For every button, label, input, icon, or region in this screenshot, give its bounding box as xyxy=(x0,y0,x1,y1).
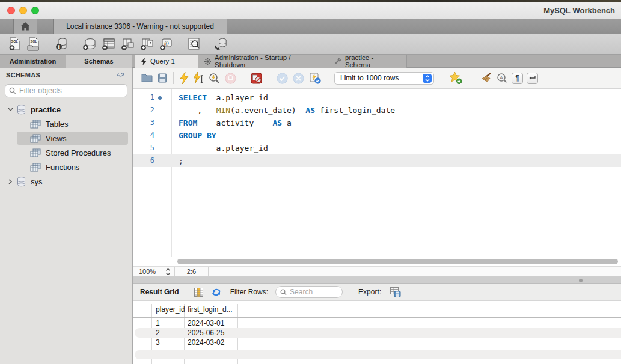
line-number: 3 xyxy=(133,117,154,129)
close-button[interactable] xyxy=(7,7,15,14)
create-table-icon[interactable] xyxy=(101,37,115,51)
reconnect-dbms-icon[interactable] xyxy=(214,37,228,51)
save-icon[interactable] xyxy=(158,71,167,85)
gear-icon xyxy=(204,58,211,65)
chevron-down-icon[interactable] xyxy=(6,108,14,111)
sidebar-tab-schemas-label: Schemas xyxy=(84,58,113,65)
line-number: 1 xyxy=(133,91,154,104)
zoom-stepper-icon[interactable] xyxy=(165,268,171,276)
export-results-icon[interactable] xyxy=(390,287,401,297)
execute-icon[interactable] xyxy=(180,71,189,85)
explain-plan-icon[interactable] xyxy=(209,71,220,85)
result-search-input[interactable] xyxy=(290,288,338,296)
tree-item-sys[interactable]: sys xyxy=(0,174,132,189)
tab-strip: Administration Schemas Query 1 Administr… xyxy=(0,55,621,68)
schema-inspector-icon[interactable]: i xyxy=(54,37,69,51)
execute-current-statement-icon[interactable] xyxy=(194,71,204,85)
tree-item-views[interactable]: Views xyxy=(0,131,132,145)
refresh-schemas-icon[interactable] xyxy=(116,71,125,78)
tree-item-functions[interactable]: Functions xyxy=(0,160,132,174)
search-icon xyxy=(9,87,16,94)
filter-objects-input[interactable] xyxy=(19,86,123,95)
main-toolbar: SQL SQL i f() xyxy=(0,34,621,55)
open-sql-script-icon[interactable]: SQL xyxy=(26,37,41,51)
tree-item-tables[interactable]: Tables xyxy=(0,117,132,131)
code-line[interactable]: 3 FROM activity AS a xyxy=(133,117,621,129)
filter-objects-field[interactable] xyxy=(5,84,127,97)
create-view-icon[interactable] xyxy=(120,37,135,51)
stop-on-error-icon[interactable] xyxy=(251,71,262,85)
tab-query-1[interactable]: Query 1 xyxy=(135,55,198,68)
code-line[interactable]: 2 , MIN(a.event_date) AS first_login_dat… xyxy=(133,104,621,117)
table-row[interactable]: 2 2025-06-25 xyxy=(133,328,621,338)
tab-administration-startup-shutdown[interactable]: Administration - Startup / Shutdown xyxy=(198,55,328,68)
cell-first-login-date[interactable]: 2025-06-25 xyxy=(184,328,237,338)
cursor-position-value: 2:6 xyxy=(187,268,196,275)
tab-practice-schema-label: practice - Schema xyxy=(345,54,400,68)
minimize-button[interactable] xyxy=(19,7,27,14)
editor-zoom-control[interactable]: 100% xyxy=(133,267,175,276)
tree-item-stored-procedures-label: Stored Procedures xyxy=(46,148,111,157)
grid-view-icon[interactable] xyxy=(194,288,203,297)
chevron-right-icon[interactable] xyxy=(6,179,14,184)
cell-player-id[interactable]: 1 xyxy=(151,318,184,328)
code-line-current[interactable]: 6 ; xyxy=(133,154,621,167)
column-header-player-id[interactable]: player_id xyxy=(156,305,185,314)
toggle-wrap-button[interactable] xyxy=(527,73,538,84)
code-line[interactable]: 1 SELECT a.player_id xyxy=(133,91,621,104)
pane-splitter[interactable] xyxy=(133,277,621,284)
code-text: SELECT a.player_id xyxy=(171,91,268,104)
create-schema-icon[interactable] xyxy=(82,37,96,51)
code-text: ; xyxy=(171,154,183,167)
create-procedure-icon[interactable] xyxy=(139,37,154,51)
sidebar-tab-administration[interactable]: Administration xyxy=(0,55,66,68)
result-grid: player_id first_login_d... 1 2024-03-01 … xyxy=(133,301,621,364)
code-line[interactable]: 4 GROUP BY xyxy=(133,129,621,142)
commit-icon[interactable] xyxy=(277,71,288,85)
window-title: MySQL Workbench xyxy=(543,6,615,15)
tree-item-stored-procedures[interactable]: Stored Procedures xyxy=(0,145,132,160)
result-search-field[interactable] xyxy=(275,286,343,298)
show-invisibles-button[interactable]: ¶ xyxy=(512,73,523,84)
cell-player-id[interactable]: 2 xyxy=(151,328,184,338)
limit-rows-dropdown[interactable]: Limit to 1000 rows xyxy=(334,72,434,85)
find-icon[interactable]: A xyxy=(497,71,507,85)
toggle-autocommit-icon[interactable] xyxy=(309,71,321,85)
cell-first-login-date[interactable]: 2024-03-02 xyxy=(184,338,237,347)
zoom-button[interactable] xyxy=(31,7,39,14)
beautify-icon[interactable] xyxy=(479,71,492,85)
refresh-results-icon[interactable] xyxy=(212,288,221,297)
table-row[interactable]: 1 2024-03-01 xyxy=(133,318,621,328)
tree-item-functions-label: Functions xyxy=(46,163,79,172)
schema-tree: practice Tables Views Stored Procedure xyxy=(0,102,132,189)
code-line[interactable]: 5 a.player_id xyxy=(133,142,621,154)
stop-execution-icon[interactable] xyxy=(225,71,236,85)
tab-admin-startup-label: Administration - Startup / Shutdown xyxy=(215,54,322,68)
dropdown-stepper-icon xyxy=(423,74,432,83)
titlebar: MySQL Workbench xyxy=(0,2,621,19)
sidebar-tab-schemas[interactable]: Schemas xyxy=(66,55,132,68)
open-file-icon[interactable] xyxy=(141,71,153,85)
connection-tab[interactable]: Local instance 3306 - Warning - not supp… xyxy=(53,19,227,34)
table-row[interactable]: 3 2024-03-02 xyxy=(133,338,621,347)
tree-item-practice[interactable]: practice xyxy=(0,102,132,117)
tab-query-1-label: Query 1 xyxy=(150,58,175,65)
create-function-icon[interactable]: f() xyxy=(159,37,173,51)
tab-practice-schema[interactable]: practice - Schema xyxy=(328,55,407,68)
new-sql-tab-icon[interactable]: SQL xyxy=(7,37,22,51)
home-tab[interactable] xyxy=(13,19,37,34)
tables-icon xyxy=(30,120,41,129)
rollback-icon[interactable] xyxy=(293,71,304,85)
sql-code-editor[interactable]: 1 SELECT a.player_id 2 , MIN(a.event_dat… xyxy=(133,89,621,257)
editor-hscrollbar-thumb[interactable] xyxy=(177,259,618,264)
search-table-data-icon[interactable] xyxy=(186,37,201,51)
save-snippet-icon[interactable] xyxy=(450,71,462,85)
svg-text:SQL: SQL xyxy=(11,40,18,43)
tree-item-sys-label: sys xyxy=(31,177,43,186)
database-icon xyxy=(17,177,26,187)
column-header-first-login-date[interactable]: first_login_d... xyxy=(188,305,233,314)
cell-player-id[interactable]: 3 xyxy=(151,338,184,347)
filter-rows-label: Filter Rows: xyxy=(230,288,268,296)
functions-icon xyxy=(30,163,41,172)
cell-first-login-date[interactable]: 2024-03-01 xyxy=(184,318,237,328)
